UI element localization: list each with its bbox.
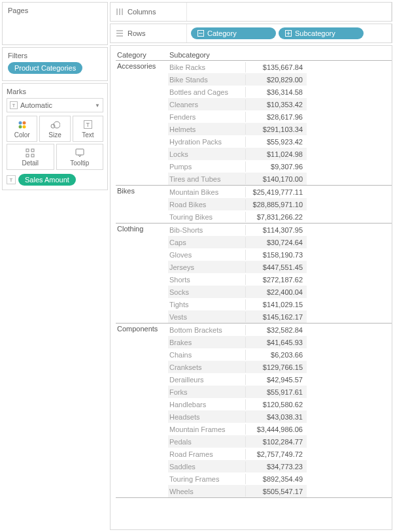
value-cell[interactable]: $145,162.17	[245, 312, 307, 322]
subcategory-cell[interactable]: Chains	[168, 350, 245, 360]
subcategory-cell[interactable]: Pedals	[168, 437, 245, 447]
svg-point-0	[18, 121, 22, 124]
rows-shelf[interactable]: Rows Category Subcategory	[110, 24, 392, 43]
marks-type-dropdown[interactable]: T Automatic ▼	[7, 98, 103, 112]
columns-shelf[interactable]: Columns	[110, 2, 392, 22]
value-cell[interactable]: $32,582.84	[245, 325, 307, 335]
value-cell[interactable]: $28,617.96	[245, 112, 307, 122]
value-cell[interactable]: $505,547.17	[245, 486, 307, 497]
value-cell[interactable]: $10,353.42	[245, 99, 307, 110]
value-cell[interactable]: $25,419,777.11	[245, 187, 307, 197]
value-cell[interactable]: $30,724.64	[245, 237, 307, 248]
table-row: Vests$145,162.17	[168, 310, 307, 323]
value-cell[interactable]: $36,314.58	[245, 87, 307, 97]
table-row: Caps$30,724.64	[168, 236, 307, 248]
subcategory-cell[interactable]: Gloves	[168, 250, 245, 260]
row-pill-subcategory[interactable]: Subcategory	[279, 27, 364, 39]
value-cell[interactable]: $43,038.31	[245, 412, 307, 422]
value-cell[interactable]: $2,757,749.72	[245, 449, 307, 459]
detail-label: Detail	[22, 159, 39, 167]
subcategory-cell[interactable]: Vests	[168, 312, 245, 322]
value-cell[interactable]: $141,029.15	[245, 299, 307, 310]
category-cell[interactable]: Clothing	[116, 224, 168, 323]
subcategory-cell[interactable]: Road Bikes	[168, 199, 245, 210]
subcategory-cell[interactable]: Saddles	[168, 461, 245, 472]
subcategory-cell[interactable]: Cranksets	[168, 362, 245, 373]
value-cell[interactable]: $42,945.57	[245, 374, 307, 385]
detail-icon	[26, 148, 35, 158]
detail-button[interactable]: Detail	[7, 144, 54, 170]
value-cell[interactable]: $7,831,266.22	[245, 212, 307, 222]
subcategory-cell[interactable]: Jerseys	[168, 262, 245, 273]
table-row: Tights$141,029.15	[168, 298, 307, 310]
value-cell[interactable]: $22,400.04	[245, 287, 307, 297]
subcategory-cell[interactable]: Mountain Bikes	[168, 187, 245, 197]
value-cell[interactable]: $55,923.42	[245, 137, 307, 147]
subcategory-cell[interactable]: Derailleurs	[168, 374, 245, 385]
value-cell[interactable]: $11,024.98	[245, 149, 307, 159]
filter-pill-product-categories[interactable]: Product Categories	[8, 62, 82, 74]
value-cell[interactable]: $140,170.00	[245, 174, 307, 184]
value-cell[interactable]: $41,645.93	[245, 337, 307, 348]
value-cell[interactable]: $20,829.00	[245, 75, 307, 85]
subcategory-cell[interactable]: Tights	[168, 299, 245, 310]
header-subcategory[interactable]: Subcategory	[168, 51, 245, 59]
row-pill-category[interactable]: Category	[191, 27, 276, 39]
value-cell[interactable]: $135,667.84	[245, 62, 307, 73]
subcategory-cell[interactable]: Bike Stands	[168, 75, 245, 85]
subcategory-cell[interactable]: Bottom Brackets	[168, 325, 245, 335]
subcategory-cell[interactable]: Wheels	[168, 486, 245, 497]
value-cell[interactable]: $272,187.62	[245, 274, 307, 285]
value-cell[interactable]: $447,551.45	[245, 262, 307, 273]
subcategory-cell[interactable]: Bib-Shorts	[168, 225, 245, 235]
subcategory-cell[interactable]: Cleaners	[168, 99, 245, 110]
subcategory-cell[interactable]: Helmets	[168, 124, 245, 135]
value-cell[interactable]: $55,917.61	[245, 387, 307, 397]
subcategory-cell[interactable]: Brakes	[168, 337, 245, 348]
header-category[interactable]: Category	[116, 51, 168, 59]
text-button[interactable]: T Text	[73, 116, 103, 142]
size-icon	[50, 120, 60, 130]
subcategory-cell[interactable]: Locks	[168, 149, 245, 159]
value-cell[interactable]: $34,773.23	[245, 461, 307, 472]
value-cell[interactable]: $120,580.62	[245, 399, 307, 410]
subcategory-cell[interactable]: Bike Racks	[168, 62, 245, 73]
table-row: Fenders$28,617.96	[168, 110, 307, 123]
subcategory-cell[interactable]: Shorts	[168, 274, 245, 285]
sales-amount-pill[interactable]: Sales Amount	[18, 174, 76, 186]
value-cell[interactable]: $291,103.34	[245, 124, 307, 135]
subcategory-cell[interactable]: Touring Frames	[168, 474, 245, 484]
subcategory-cell[interactable]: Headsets	[168, 412, 245, 422]
category-cell[interactable]: Accessories	[116, 61, 168, 185]
filters-shelf[interactable]: Filters Product Categories	[2, 47, 108, 81]
filters-title: Filters	[8, 52, 102, 59]
pages-shelf[interactable]: Pages	[2, 2, 108, 45]
subcategory-cell[interactable]: Forks	[168, 387, 245, 397]
value-cell[interactable]: $158,190.73	[245, 250, 307, 260]
subcategory-cell[interactable]: Bottles and Cages	[168, 87, 245, 97]
value-cell[interactable]: $3,444,986.06	[245, 424, 307, 435]
subcategory-cell[interactable]: Socks	[168, 287, 245, 297]
subcategory-cell[interactable]: Tires and Tubes	[168, 174, 245, 184]
category-cell[interactable]: Bikes	[116, 186, 168, 223]
subcategory-cell[interactable]: Road Frames	[168, 449, 245, 459]
value-cell[interactable]: $9,307.96	[245, 161, 307, 172]
value-cell[interactable]: $892,354.49	[245, 474, 307, 484]
subcategory-cell[interactable]: Mountain Frames	[168, 424, 245, 435]
filter-pill-label: Product Categories	[14, 64, 76, 72]
tooltip-button[interactable]: Tooltip	[56, 144, 104, 170]
subcategory-cell[interactable]: Caps	[168, 237, 245, 248]
subcategory-cell[interactable]: Hydration Packs	[168, 137, 245, 147]
subcategory-cell[interactable]: Pumps	[168, 161, 245, 172]
value-cell[interactable]: $114,307.95	[245, 225, 307, 235]
size-button[interactable]: Size	[39, 116, 70, 142]
color-button[interactable]: Color	[7, 116, 37, 142]
value-cell[interactable]: $129,766.15	[245, 362, 307, 373]
subcategory-cell[interactable]: Fenders	[168, 112, 245, 122]
value-cell[interactable]: $6,203.66	[245, 350, 307, 360]
value-cell[interactable]: $102,284.77	[245, 437, 307, 447]
value-cell[interactable]: $28,885,971.10	[245, 199, 307, 210]
subcategory-cell[interactable]: Touring Bikes	[168, 212, 245, 222]
subcategory-cell[interactable]: Handlebars	[168, 399, 245, 410]
category-cell[interactable]: Components	[116, 324, 168, 497]
